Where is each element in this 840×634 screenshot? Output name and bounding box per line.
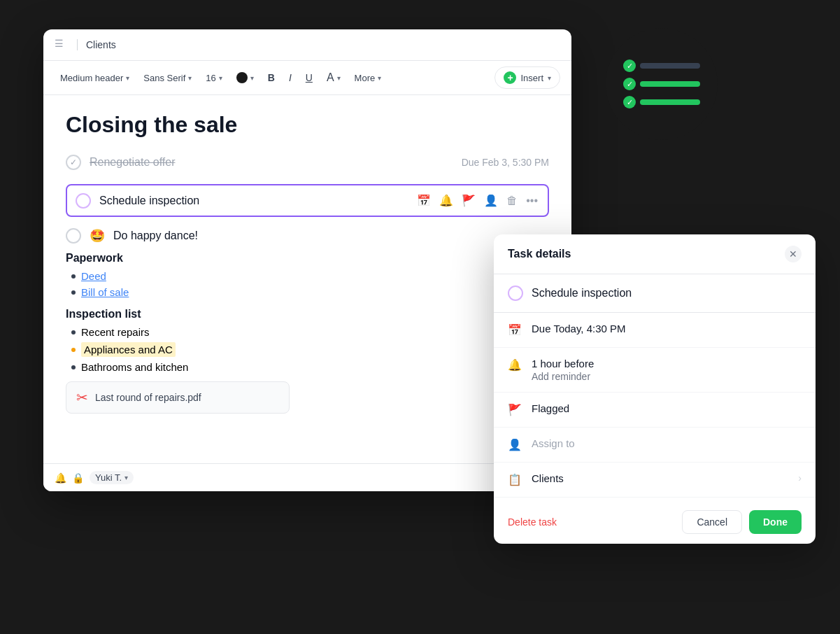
panel-reminder-row[interactable]: 🔔 1 hour before Add reminder <box>494 348 816 393</box>
list-item-recent-repairs: Recent repairs <box>71 326 549 338</box>
avatar-chevron-icon: ▾ <box>124 474 128 481</box>
list-item-appliances: Appliances and AC <box>71 342 549 357</box>
panel-assign-content: Assign to <box>532 437 802 449</box>
font-size-dropdown[interactable]: 16 ▾ <box>200 70 227 86</box>
task-list-visual: ✓ ✓ ✓ <box>606 28 718 140</box>
back-icon[interactable]: ☰ <box>55 38 69 52</box>
active-task-text: Schedule inspection <box>99 195 407 207</box>
circle-row-1: ✓ <box>623 59 700 72</box>
panel-task-circle[interactable] <box>508 286 523 301</box>
editor-window: ☰ Clients Medium header ▾ Sans Serif ▾ 1… <box>43 29 571 491</box>
file-attachment[interactable]: ✂ Last round of repairs.pdf <box>66 381 290 414</box>
panel-task-name-text: Schedule inspection <box>532 287 632 300</box>
trash-icon[interactable]: 🗑 <box>505 193 519 209</box>
bullet-dot-repairs <box>71 330 76 334</box>
font-family-label: Sans Serif <box>143 73 185 83</box>
panel-action-buttons: Cancel Done <box>682 510 802 534</box>
section-paperwork-heading: Paperwork <box>66 252 549 265</box>
bathrooms-text: Bathrooms and kitchen <box>81 361 188 373</box>
user-name: Yuki T. <box>95 472 122 483</box>
document-title-header: Clients <box>86 39 116 50</box>
italic-button[interactable]: I <box>283 69 297 86</box>
recent-repairs-text: Recent repairs <box>81 326 150 338</box>
project-chevron-icon: › <box>798 472 802 484</box>
file-icon: ✂ <box>76 389 88 406</box>
project-icon: 📋 <box>508 473 522 487</box>
bullet-dot-deed <box>71 274 76 279</box>
completed-check-icon: ✓ <box>66 155 81 170</box>
bullet-dot-bathrooms <box>71 365 76 369</box>
panel-add-reminder[interactable]: Add reminder <box>532 371 802 382</box>
bar-1 <box>640 63 700 69</box>
underline-button[interactable]: U <box>300 69 318 86</box>
panel-reminder-text: 1 hour before <box>532 358 802 369</box>
assign-icon: 👤 <box>508 438 522 452</box>
color-dot-icon <box>236 72 248 83</box>
list-item-bathrooms: Bathrooms and kitchen <box>71 361 549 373</box>
more-dropdown[interactable]: More ▾ <box>349 70 387 86</box>
panel-task-name-row: Schedule inspection <box>494 274 816 313</box>
delete-task-button[interactable]: Delete task <box>508 516 557 528</box>
panel-title: Task details <box>508 248 571 260</box>
cancel-button[interactable]: Cancel <box>682 510 742 534</box>
bullet-dot-appliances <box>71 348 76 352</box>
panel-close-button[interactable]: ✕ <box>785 246 802 262</box>
more-icon[interactable]: ••• <box>525 193 539 209</box>
panel-assign-row[interactable]: 👤 Assign to <box>494 428 816 463</box>
subtask-emoji: 🤩 <box>90 228 105 244</box>
text-color-chevron-icon: ▾ <box>337 74 341 82</box>
bill-of-sale-link[interactable]: Bill of sale <box>81 286 129 298</box>
panel-flag-text: Flagged <box>532 402 802 414</box>
color-dropdown[interactable]: ▾ <box>231 69 259 86</box>
lock-footer-icon[interactable]: 🔒 <box>72 472 84 484</box>
text-color-dropdown[interactable]: A ▾ <box>321 69 346 87</box>
panel-assign-text: Assign to <box>532 437 802 449</box>
more-chevron-icon: ▾ <box>378 74 381 82</box>
bullet-dot-bill <box>71 290 76 295</box>
header-style-dropdown[interactable]: Medium header ▾ <box>55 70 135 86</box>
editor-header: ☰ Clients <box>43 29 571 61</box>
completed-task-row[interactable]: ✓ Renegotiate offer Due Feb 3, 5:30 PM <box>66 155 549 170</box>
panel-due-content: Due Today, 4:30 PM <box>532 323 802 334</box>
list-item-deed[interactable]: Deed <box>71 270 549 282</box>
insert-plus-icon: + <box>504 71 516 84</box>
list-item-bill-of-sale[interactable]: Bill of sale <box>71 286 549 298</box>
header-chevron-icon: ▾ <box>126 74 129 82</box>
done-button[interactable]: Done <box>749 510 802 534</box>
bell-panel-icon: 🔔 <box>508 358 522 372</box>
insert-chevron-icon: ▾ <box>548 74 551 82</box>
user-avatar-button[interactable]: Yuki T. ▾ <box>90 471 134 484</box>
active-task-circle <box>76 193 91 209</box>
check-icon-2: ✓ <box>623 78 636 90</box>
bold-button[interactable]: B <box>262 69 280 86</box>
deed-link[interactable]: Deed <box>81 270 106 282</box>
panel-due-text: Due Today, 4:30 PM <box>532 323 802 334</box>
panel-footer: Delete task Cancel Done <box>494 500 816 544</box>
font-family-dropdown[interactable]: Sans Serif ▾ <box>138 70 197 86</box>
active-task-row[interactable]: Schedule inspection 📅 🔔 🚩 👤 🗑 ••• <box>66 184 549 217</box>
flag-icon[interactable]: 🚩 <box>460 192 477 209</box>
circle-row-3: ✓ <box>623 96 700 108</box>
font-chevron-icon: ▾ <box>188 74 192 82</box>
header-divider <box>77 39 78 50</box>
calendar-icon[interactable]: 📅 <box>415 192 432 209</box>
subtask-row[interactable]: 🤩 Do happy dance! <box>66 228 549 244</box>
panel-flag-row[interactable]: 🚩 Flagged <box>494 393 816 428</box>
panel-project-row[interactable]: 📋 Clients › <box>494 463 816 498</box>
insert-label: Insert <box>520 73 543 83</box>
bell-footer-icon[interactable]: 🔔 <box>55 472 66 484</box>
paperwork-list: Deed Bill of sale <box>66 270 549 298</box>
insert-button[interactable]: + Insert ▾ <box>494 66 560 89</box>
completed-task-due: Due Feb 3, 5:30 PM <box>462 157 549 168</box>
bell-icon[interactable]: 🔔 <box>438 192 455 209</box>
panel-due-row[interactable]: 📅 Due Today, 4:30 PM <box>494 313 816 348</box>
section-inspection-heading: Inspection list <box>66 308 549 320</box>
document-title: Closing the sale <box>66 112 549 138</box>
task-details-panel: Task details ✕ Schedule inspection 📅 Due… <box>494 234 816 544</box>
header-style-label: Medium header <box>60 73 123 83</box>
panel-reminder-content: 1 hour before Add reminder <box>532 358 802 382</box>
flag-panel-icon: 🚩 <box>508 403 522 417</box>
person-icon[interactable]: 👤 <box>483 192 499 209</box>
font-size-label: 16 <box>206 73 215 83</box>
bar-3 <box>640 99 700 105</box>
